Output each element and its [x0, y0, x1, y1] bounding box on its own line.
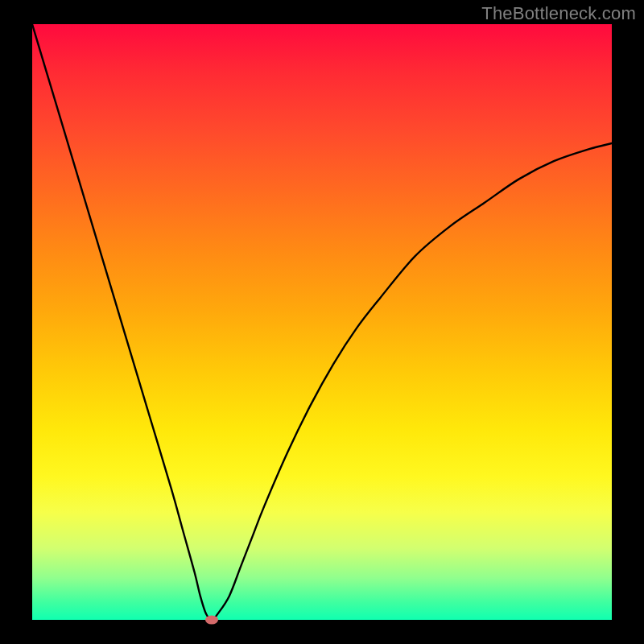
chart-frame: TheBottleneck.com: [0, 0, 644, 644]
bottleneck-curve: [32, 24, 612, 620]
plot-area: [32, 24, 612, 620]
optimum-marker: [205, 616, 218, 625]
watermark-label: TheBottleneck.com: [481, 3, 636, 24]
